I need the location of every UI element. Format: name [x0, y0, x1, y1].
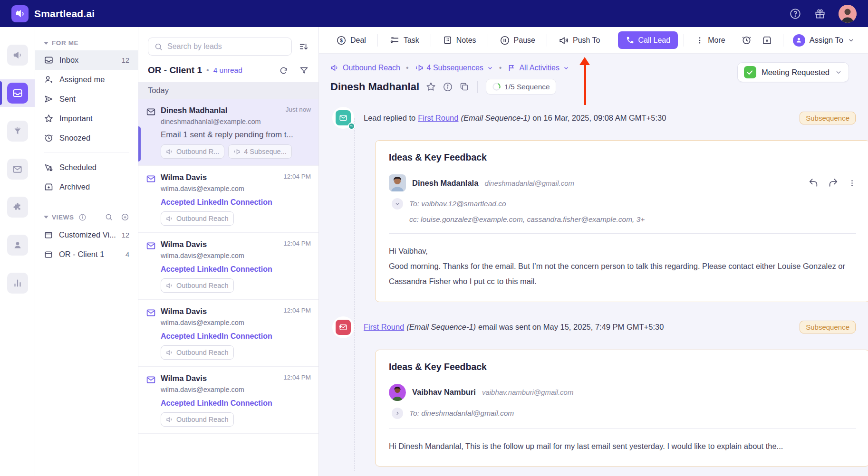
unread-envelope-icon [146, 174, 156, 184]
lead-list-item-selected[interactable]: Dinesh Madhanlal Just now dineshmadhanla… [138, 99, 318, 166]
push-to-button[interactable]: Push To [553, 31, 606, 49]
sidebar-item-sent[interactable]: Sent [35, 89, 138, 109]
sidebar-view-or-client-1[interactable]: OR - Client 1 4 [35, 245, 138, 264]
rail-inbox[interactable] [0, 79, 35, 107]
sidebar-item-label: Customized Vi... [59, 230, 116, 239]
rail-leads[interactable] [0, 231, 35, 259]
help-icon[interactable] [789, 8, 801, 20]
campaign-chip[interactable]: Outbound Reach [161, 211, 234, 226]
info-icon[interactable] [443, 82, 453, 92]
sender-avatar [389, 384, 406, 401]
sidebar-item-archived[interactable]: Archived [35, 177, 138, 197]
sidebar-item-inbox[interactable]: Inbox 12 [35, 50, 138, 70]
forward-icon[interactable] [828, 178, 839, 188]
star-icon[interactable] [425, 81, 436, 92]
rail-integrations[interactable] [0, 193, 35, 221]
search-icon [154, 42, 163, 51]
call-lead-button[interactable]: Call Lead [618, 31, 678, 49]
pause-icon [500, 35, 510, 46]
megaphone-icon [166, 282, 174, 289]
task-button[interactable]: Task [384, 31, 425, 49]
expand-recipients-button[interactable] [392, 408, 403, 419]
search-leads-box[interactable] [148, 38, 292, 56]
expand-recipients-button[interactable] [392, 198, 403, 209]
campaign-chip[interactable]: Outbound Reach [161, 278, 234, 293]
sidebar-item-important[interactable]: Important [35, 109, 138, 128]
breadcrumb-activities[interactable]: All Activities [507, 64, 569, 72]
rail-campaigns[interactable] [0, 41, 35, 69]
sidebar-item-count: 4 [125, 251, 129, 258]
rail-filters[interactable] [0, 117, 35, 145]
lead-email: dineshmadhanlal@example.com [161, 118, 311, 125]
gift-icon[interactable] [814, 8, 826, 20]
campaign-chip[interactable]: Outbound Reach [161, 345, 234, 360]
filter-icon[interactable] [299, 66, 309, 76]
info-icon[interactable] [78, 213, 87, 221]
kebab-icon[interactable] [848, 179, 856, 187]
search-leads-input[interactable] [167, 42, 286, 51]
chevron-down-icon [395, 201, 400, 207]
lead-time: 12:04 PM [283, 374, 311, 381]
user-avatar[interactable] [839, 5, 857, 23]
star-icon [44, 114, 54, 124]
more-button[interactable]: More [690, 32, 731, 48]
lead-detail-content: Outbound Reach • 4 Subsequences • All Ac… [319, 54, 868, 476]
sidebar-item-snoozed[interactable]: Snoozed [35, 128, 138, 148]
megaphone-icon [330, 63, 339, 72]
brand-name: Smartlead.ai [34, 8, 95, 19]
sort-icon[interactable] [299, 41, 309, 52]
campaign-chip[interactable]: Outbound Reach [161, 412, 234, 427]
lead-status-link[interactable]: Accepted LinkedIn Connection [161, 399, 311, 408]
sidebar-item-assigned-me[interactable]: Assigned me [35, 70, 138, 89]
subsequence-chip[interactable]: 4 Subseque... [228, 144, 292, 159]
for-me-section-header[interactable]: FOR ME [35, 36, 138, 50]
sequence-progress-badge[interactable]: 1/5 Sequence [486, 79, 556, 95]
assign-to-button[interactable]: Assign To [791, 31, 857, 49]
sidebar-item-scheduled[interactable]: Scheduled [35, 158, 138, 177]
lead-list-item[interactable]: Wilma Davis 12:04 PM wilma.davis@example… [138, 233, 318, 300]
email-body: Hi Vaibhav, Good morning. Thanks for the… [389, 243, 856, 289]
search-icon[interactable] [105, 213, 113, 221]
breadcrumb-subsequences[interactable]: 4 Subsequences [415, 63, 493, 72]
smartlead-logo-icon[interactable] [11, 5, 29, 22]
sender-name: Vaibhav Namburi [412, 388, 476, 397]
reply-icon[interactable] [808, 178, 819, 188]
plus-icon[interactable] [121, 213, 129, 221]
breadcrumb-campaign[interactable]: Outbound Reach [330, 63, 400, 72]
svg-text:$: $ [340, 38, 343, 43]
snooze-icon[interactable] [738, 32, 755, 48]
archive-icon[interactable] [759, 32, 775, 48]
copy-icon[interactable] [459, 82, 469, 92]
megaphone-icon [166, 148, 174, 155]
deal-button[interactable]: $ Deal [330, 31, 372, 49]
notes-button[interactable]: Notes [437, 31, 482, 49]
sidebar-item-label: Inbox [59, 56, 78, 65]
activity-feed: Lead replied to First Round (Email Seque… [330, 107, 856, 466]
rail-analytics[interactable] [0, 269, 35, 297]
lead-status-dropdown[interactable]: Meeting Requested [737, 62, 849, 82]
lead-list-item[interactable]: Wilma Davis 12:04 PM wilma.davis@example… [138, 166, 318, 233]
megaphone-icon [166, 416, 174, 423]
green-check-icon [744, 66, 756, 78]
refresh-icon[interactable] [279, 66, 289, 76]
lead-status-link[interactable]: Accepted LinkedIn Connection [161, 265, 311, 274]
clock-icon [44, 133, 54, 143]
sidebar-item-label: Snoozed [59, 133, 90, 143]
rail-email[interactable] [0, 155, 35, 183]
lead-list-item[interactable]: Wilma Davis 12:04 PM wilma.davis@example… [138, 367, 318, 434]
lead-email: wilma.davis@example.com [161, 252, 311, 259]
sidebar-view-customized[interactable]: Customized Vi... 12 [35, 225, 138, 245]
pause-button[interactable]: Pause [494, 31, 541, 49]
lead-list-item[interactable]: Wilma Davis 12:04 PM wilma.davis@example… [138, 300, 318, 367]
campaign-link[interactable]: First Round [364, 323, 404, 332]
chevron-down-icon [563, 65, 569, 71]
lead-status-link[interactable]: Accepted LinkedIn Connection [161, 198, 311, 207]
campaign-link[interactable]: First Round [418, 114, 458, 123]
folders-sidebar: FOR ME Inbox 12 Assigned me Sent Importa… [35, 27, 138, 476]
views-section-header[interactable]: VIEWS [35, 209, 138, 225]
kebab-icon [695, 36, 704, 45]
dot-separator: • [406, 64, 409, 72]
email-subject: Ideas & Key Feedback [389, 362, 856, 372]
lead-status-link[interactable]: Accepted LinkedIn Connection [161, 332, 311, 341]
campaign-chip[interactable]: Outbound R... [161, 144, 224, 159]
